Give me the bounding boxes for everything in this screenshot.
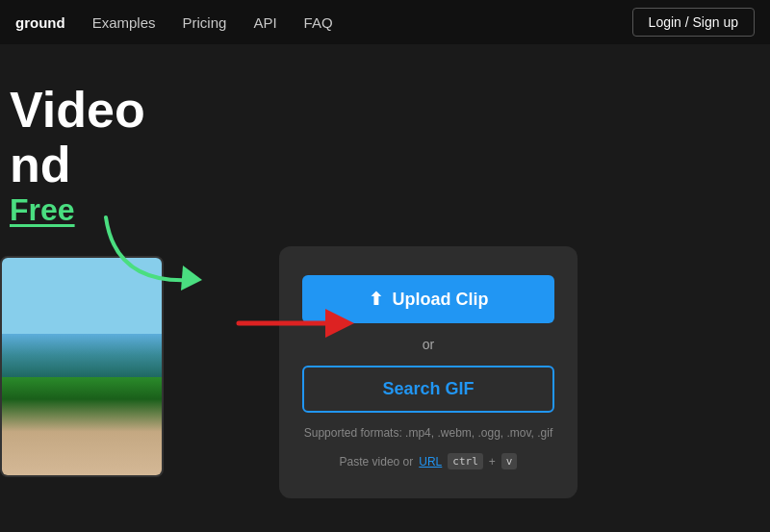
nav-item-examples[interactable]: Examples <box>92 14 156 31</box>
ctrl-key: ctrl <box>448 453 483 469</box>
hero-title-line2: nd <box>0 138 145 192</box>
svg-marker-2 <box>325 309 354 338</box>
upload-icon: ⬆ <box>369 289 383 310</box>
green-arrow-icon <box>96 208 212 308</box>
upload-clip-label: Upload Clip <box>393 290 489 310</box>
nav-item-pricing[interactable]: Pricing <box>183 14 227 31</box>
nav-item-api[interactable]: API <box>253 14 276 31</box>
nav-item-faq[interactable]: FAQ <box>304 14 333 31</box>
supported-formats-text: Supported formats: .mp4, .webm, .ogg, .m… <box>304 426 553 440</box>
nav-items: ground Examples Pricing API FAQ <box>15 14 632 31</box>
paste-row: Paste video or URL ctrl + v <box>340 453 518 469</box>
svg-marker-0 <box>181 266 202 291</box>
navbar: ground Examples Pricing API FAQ Login / … <box>0 0 770 44</box>
red-arrow-icon <box>229 299 354 351</box>
or-text: or <box>423 337 434 352</box>
nav-brand[interactable]: ground <box>15 14 65 31</box>
login-signup-button[interactable]: Login / Sign up <box>632 8 755 37</box>
upload-card: ⬆ Upload Clip or Search GIF Supported fo… <box>279 246 578 498</box>
hero-section: Video nd Free ⬆ Upload Clip or Search GI… <box>0 44 770 532</box>
search-gif-button[interactable]: Search GIF <box>302 366 554 413</box>
paste-label: Paste video or <box>340 455 414 469</box>
plus-sign: + <box>489 455 496 469</box>
hero-text: Video nd Free <box>0 83 145 228</box>
hero-title-line1: Video <box>0 83 145 138</box>
v-key: v <box>501 453 518 469</box>
url-link[interactable]: URL <box>419 455 442 469</box>
